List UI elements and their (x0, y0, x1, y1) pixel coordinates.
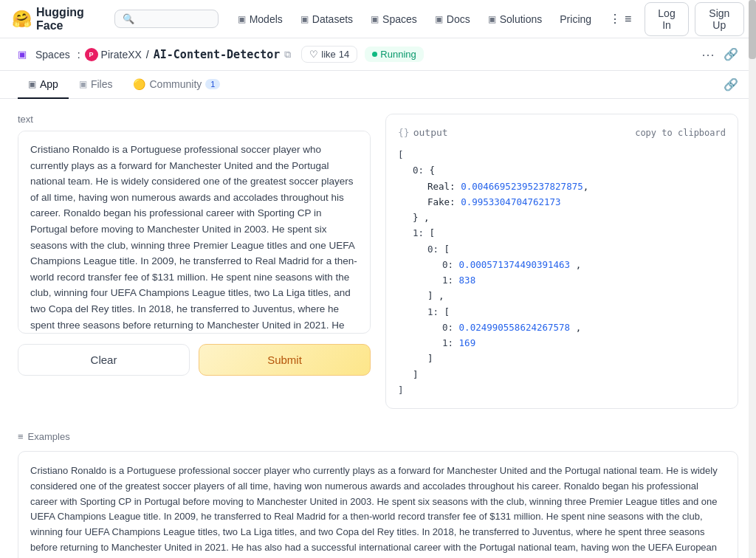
output-label-text: output (413, 125, 448, 141)
nav-solutions-label: Solutions (500, 13, 543, 25)
app-tab-icon: ▣ (28, 79, 36, 89)
like-badge[interactable]: ♡ like 14 (301, 46, 357, 63)
logo-icon: 🤗 (12, 10, 32, 29)
examples-header: ≡ Examples (18, 431, 738, 442)
breadcrumb-colon: : (78, 49, 80, 61)
json-close-brace-0: } , (398, 210, 726, 225)
more-icon: ⋮ (609, 12, 621, 26)
navbar: 🤗 Hugging Face 🔍 ▣ Models ▣ Datasets ▣ S… (0, 0, 756, 38)
community-badge: 1 (205, 79, 220, 89)
spaces-icon: ▣ (371, 14, 379, 24)
breadcrumb-user[interactable]: P PirateXX (85, 48, 142, 61)
nav-links: ▣ Models ▣ Datasets ▣ Spaces ▣ Docs ▣ So… (230, 7, 639, 30)
tab-community-label: Community (149, 78, 202, 90)
heart-icon: ♡ (309, 49, 318, 60)
input-panel: text Cristiano Ronaldo is a Portuguese p… (18, 114, 371, 409)
tab-community[interactable]: 🟡 Community 1 (123, 71, 230, 99)
breadcrumb-slash: / (146, 49, 149, 61)
input-label: text (18, 114, 371, 125)
models-icon: ▣ (238, 14, 246, 24)
community-tab-icon: 🟡 (133, 78, 145, 90)
breadcrumb-bar: ▣ Spaces : P PirateXX / AI-Content-Detec… (0, 38, 756, 71)
examples-label: Examples (28, 431, 70, 442)
submit-button[interactable]: Submit (199, 344, 371, 376)
nav-models-label: Models (250, 13, 283, 25)
nav-solutions[interactable]: ▣ Solutions (481, 9, 550, 30)
json-output: [ 0: { Real: 0.00466952395237827875, Fak… (398, 147, 726, 398)
button-row: Clear Submit (18, 344, 371, 376)
nav-pricing[interactable]: Pricing (552, 9, 599, 30)
search-box[interactable]: 🔍 (114, 10, 219, 28)
copy-icon[interactable]: ⧉ (284, 49, 291, 61)
signup-button[interactable]: Sign Up (695, 2, 744, 36)
json-1-1-1: 1: 169 (398, 335, 726, 351)
scrollbar-track[interactable] (749, 0, 756, 558)
like-label: like (321, 49, 336, 60)
tab-app[interactable]: ▣ App (18, 71, 69, 99)
spaces-breadcrumb-icon: ▣ (18, 49, 27, 60)
json-close-1-0: ] , (398, 288, 726, 303)
json-close-1: ] (398, 367, 726, 382)
json-1-0-0: 0: 0.000571374490391463 , (398, 257, 726, 272)
brace-icon: {} (398, 125, 410, 141)
json-open-bracket: [ (398, 147, 726, 162)
login-button[interactable]: Log In (645, 2, 688, 36)
text-area-wrapper: Cristiano Ronaldo is a Portuguese profes… (18, 131, 371, 334)
tab-files[interactable]: ▣ Files (69, 71, 123, 99)
scrollbar-thumb[interactable] (749, 0, 756, 59)
tabs-bar: ▣ App ▣ Files 🟡 Community 1 🔗 (0, 71, 756, 99)
nav-spaces-label: Spaces (382, 13, 417, 25)
nav-right: Log In Sign Up (645, 2, 744, 36)
breadcrumb-spaces-link[interactable]: Spaces (32, 49, 73, 61)
json-1-0-1: 1: 838 (398, 272, 726, 288)
logo[interactable]: 🤗 Hugging Face (12, 6, 100, 32)
nav-datasets[interactable]: ▣ Datasets (293, 9, 360, 30)
menu-icon: ≡ (625, 13, 631, 26)
nav-models[interactable]: ▣ Models (230, 9, 290, 30)
breadcrumb-repo-name[interactable]: AI-Content-Detector (154, 48, 281, 61)
examples-section: ≡ Examples Cristiano Ronaldo is a Portug… (0, 424, 756, 558)
tab-app-label: App (40, 78, 58, 90)
tab-link-icon[interactable]: 🔗 (724, 78, 738, 92)
example-text-0: Cristiano Ronaldo is a Portuguese profes… (30, 465, 718, 558)
clear-button[interactable]: Clear (18, 344, 190, 376)
breadcrumb-username: PirateXX (101, 49, 142, 61)
like-count: 14 (339, 49, 349, 60)
main-content: text Cristiano Ronaldo is a Portuguese p… (0, 99, 756, 424)
output-box: {} output copy to clipboard [ 0: { Real:… (385, 114, 738, 409)
nav-docs-label: Docs (447, 13, 470, 25)
json-1-1-0: 0: 0.024990558624267578 , (398, 320, 726, 335)
json-close-bracket: ] (398, 382, 726, 398)
logo-text: Hugging Face (36, 6, 100, 32)
search-icon: 🔍 (123, 13, 134, 24)
docs-icon: ▣ (435, 14, 443, 24)
status-dot (372, 52, 377, 57)
output-panel: {} output copy to clipboard [ 0: { Real:… (385, 114, 738, 409)
datasets-icon: ▣ (300, 14, 309, 24)
json-real-key: Real: 0.00466952395237827875, (398, 179, 726, 194)
user-avatar: P (85, 48, 98, 61)
json-1-1-key: 1: [ (398, 304, 726, 320)
text-input[interactable]: Cristiano Ronaldo is a Portuguese profes… (18, 131, 370, 331)
json-item-0: 0: { (398, 162, 726, 178)
nav-pricing-label: Pricing (560, 13, 591, 25)
list-icon: ≡ (18, 431, 24, 442)
json-item-1-key: 1: [ (398, 225, 726, 241)
example-card-0[interactable]: Cristiano Ronaldo is a Portuguese profes… (18, 451, 738, 558)
output-header: {} output copy to clipboard (398, 125, 726, 147)
json-1-0-key: 0: [ (398, 241, 726, 257)
copy-button[interactable]: copy to clipboard (635, 125, 726, 140)
files-tab-icon: ▣ (79, 79, 87, 89)
nav-spaces[interactable]: ▣ Spaces (363, 9, 425, 30)
solutions-icon: ▣ (488, 14, 496, 24)
link-icon[interactable]: 🔗 (724, 47, 738, 61)
nav-more[interactable]: ⋮ ≡ (602, 7, 639, 30)
output-label: {} output (398, 125, 448, 141)
nav-docs[interactable]: ▣ Docs (427, 9, 478, 30)
status-badge: Running (365, 46, 423, 62)
more-options-icon[interactable]: ⋯ (701, 46, 715, 63)
json-fake-key: Fake: 0.9953304704762173 (398, 194, 726, 210)
tab-files-label: Files (91, 78, 113, 90)
status-label: Running (380, 49, 416, 60)
json-close-1-1: ] (398, 351, 726, 366)
